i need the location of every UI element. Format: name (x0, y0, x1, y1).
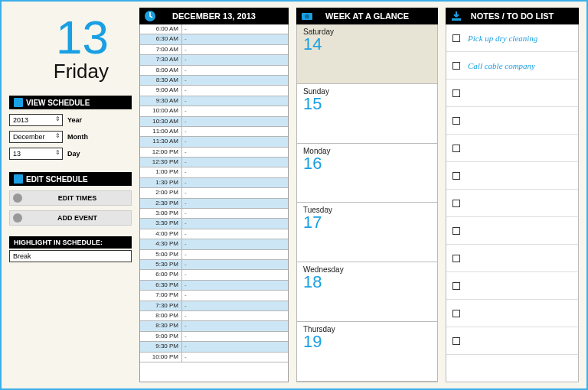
event-cell[interactable]: - (182, 260, 288, 269)
event-cell[interactable]: - (182, 158, 288, 167)
note-row[interactable] (446, 190, 578, 217)
note-row[interactable]: Pick up dry cleaning (446, 24, 578, 52)
checkbox[interactable] (452, 227, 460, 235)
edit-times-button[interactable]: EDIT TIMES (9, 190, 132, 206)
note-row[interactable] (446, 272, 578, 300)
schedule-row[interactable]: 5:30 PM- (140, 260, 288, 270)
schedule-row[interactable]: 10:00 AM- (140, 106, 288, 116)
checkbox[interactable] (452, 200, 460, 207)
event-cell[interactable]: - (182, 291, 288, 300)
event-cell[interactable]: - (182, 239, 288, 249)
note-row[interactable] (446, 245, 578, 272)
event-cell[interactable]: - (182, 117, 288, 126)
schedule-row[interactable]: 1:30 PM- (140, 178, 288, 188)
schedule-row[interactable]: 4:30 PM- (140, 239, 288, 249)
event-cell[interactable]: - (182, 188, 288, 197)
schedule-row[interactable]: 9:30 AM- (140, 96, 288, 106)
checkbox[interactable] (452, 34, 460, 42)
event-cell[interactable]: - (182, 167, 288, 177)
checkbox[interactable] (452, 172, 460, 180)
event-cell[interactable]: - (182, 353, 288, 362)
event-cell[interactable]: - (182, 199, 288, 208)
event-cell[interactable]: - (182, 332, 288, 341)
event-cell[interactable]: - (182, 301, 288, 310)
schedule-row[interactable]: 5:00 PM- (140, 250, 288, 260)
schedule-row[interactable]: 3:00 PM- (140, 209, 288, 219)
event-cell[interactable]: - (182, 250, 288, 259)
month-select[interactable]: December (9, 131, 63, 143)
event-cell[interactable]: - (182, 24, 288, 34)
schedule-row[interactable]: 6:00 AM- (140, 24, 288, 34)
schedule-row[interactable]: 7:00 PM- (140, 291, 288, 301)
note-row[interactable] (446, 327, 578, 355)
checkbox[interactable] (452, 117, 460, 125)
schedule-row[interactable]: 2:00 PM- (140, 188, 288, 198)
note-row[interactable] (446, 135, 578, 162)
schedule-row[interactable]: 1:00 PM- (140, 167, 288, 177)
add-event-button[interactable]: ADD EVENT (9, 210, 132, 226)
event-cell[interactable]: - (182, 209, 288, 218)
event-cell[interactable]: - (182, 321, 288, 330)
event-cell[interactable]: - (182, 219, 288, 228)
note-text[interactable]: Pick up dry cleaning (468, 34, 537, 43)
event-cell[interactable]: - (182, 34, 288, 44)
schedule-row[interactable]: 12:00 PM- (140, 148, 288, 158)
event-cell[interactable]: - (182, 76, 288, 85)
schedule-row[interactable]: 7:30 PM- (140, 301, 288, 311)
week-day[interactable]: Monday16 (297, 144, 437, 203)
schedule-row[interactable]: 11:30 AM- (140, 137, 288, 147)
schedule-row[interactable]: 6:00 PM- (140, 270, 288, 280)
note-row[interactable] (446, 162, 578, 190)
event-cell[interactable]: - (182, 342, 288, 351)
note-row[interactable] (446, 80, 578, 107)
checkbox[interactable] (452, 337, 460, 345)
event-cell[interactable]: - (182, 96, 288, 106)
event-cell[interactable]: - (182, 148, 288, 157)
note-text[interactable]: Call cable company (468, 61, 535, 70)
note-row[interactable] (446, 300, 578, 327)
schedule-row[interactable]: 8:00 AM- (140, 66, 288, 76)
event-cell[interactable]: - (182, 281, 288, 290)
week-day[interactable]: Saturday14 (297, 24, 437, 84)
checkbox[interactable] (452, 310, 460, 317)
schedule-row[interactable]: 7:30 AM- (140, 55, 288, 65)
schedule-row[interactable]: 9:30 PM- (140, 342, 288, 352)
event-cell[interactable]: - (182, 45, 288, 54)
schedule-row[interactable]: 8:30 AM- (140, 76, 288, 86)
checkbox[interactable] (452, 282, 460, 290)
event-cell[interactable]: - (182, 106, 288, 115)
event-cell[interactable]: - (182, 270, 288, 279)
note-row[interactable] (446, 217, 578, 245)
schedule-row[interactable]: 9:00 PM- (140, 332, 288, 342)
event-cell[interactable]: - (182, 66, 288, 75)
schedule-row[interactable]: 10:30 AM- (140, 117, 288, 127)
week-day[interactable]: Thursday19 (297, 322, 437, 382)
week-day[interactable]: Wednesday18 (297, 262, 437, 322)
event-cell[interactable]: - (182, 55, 288, 64)
highlight-input[interactable]: Break (9, 250, 132, 262)
event-cell[interactable]: - (182, 229, 288, 239)
week-day[interactable]: Tuesday17 (297, 203, 437, 262)
event-cell[interactable]: - (182, 127, 288, 136)
schedule-row[interactable]: 8:30 PM- (140, 321, 288, 331)
note-row[interactable] (446, 107, 578, 135)
note-row[interactable]: Call cable company (446, 52, 578, 80)
schedule-row[interactable]: 2:30 PM- (140, 199, 288, 209)
week-day[interactable]: Sunday15 (297, 84, 437, 144)
checkbox[interactable] (452, 255, 460, 262)
schedule-row[interactable]: 9:00 AM- (140, 86, 288, 96)
event-cell[interactable]: - (182, 86, 288, 95)
event-cell[interactable]: - (182, 137, 288, 146)
year-select[interactable]: 2013 (9, 114, 63, 126)
schedule-row[interactable]: 6:30 AM- (140, 34, 288, 44)
schedule-row[interactable]: 10:00 PM- (140, 353, 288, 362)
event-cell[interactable]: - (182, 311, 288, 320)
schedule-row[interactable]: 12:30 PM- (140, 158, 288, 167)
event-cell[interactable]: - (182, 178, 288, 187)
schedule-row[interactable]: 3:30 PM- (140, 219, 288, 229)
schedule-row[interactable]: 6:30 PM- (140, 281, 288, 291)
schedule-row[interactable]: 7:00 AM- (140, 45, 288, 55)
checkbox[interactable] (452, 145, 460, 152)
schedule-row[interactable]: 11:00 AM- (140, 127, 288, 137)
checkbox[interactable] (452, 62, 460, 70)
